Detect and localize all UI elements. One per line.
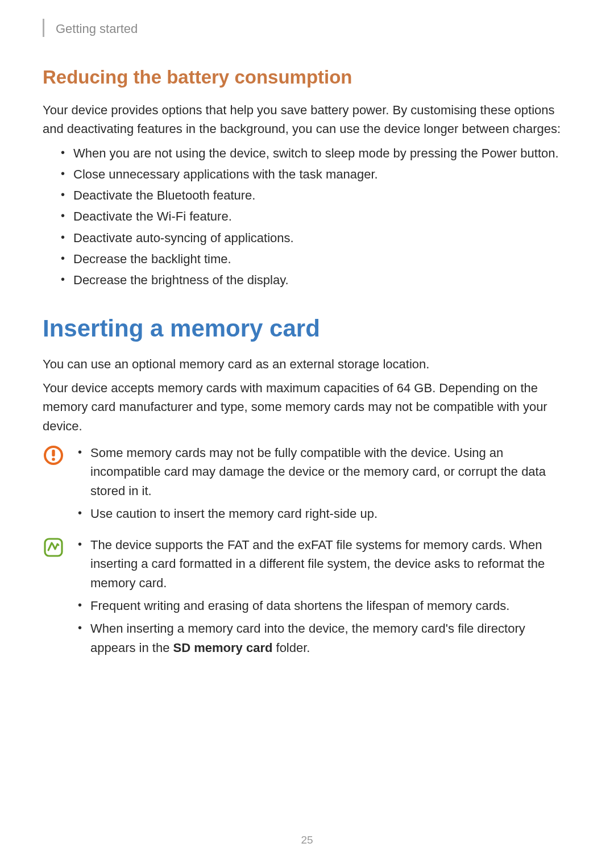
note-list: The device supports the FAT and the exFA… xyxy=(78,535,571,662)
svg-point-2 xyxy=(52,458,55,461)
note-block: The device supports the FAT and the exFA… xyxy=(43,535,571,662)
section2-p1: You can use an optional memory card as a… xyxy=(43,355,571,373)
section-heading-battery: Reducing the battery consumption xyxy=(43,67,571,88)
warning-list: Some memory cards may not be fully compa… xyxy=(78,443,571,528)
list-item: Decrease the brightness of the display. xyxy=(61,270,571,290)
battery-tips-list: When you are not using the device, switc… xyxy=(43,143,571,290)
warning-block: Some memory cards may not be fully compa… xyxy=(43,443,571,528)
header-accent-bar xyxy=(43,19,44,37)
sd-card-folder-label: SD memory card xyxy=(173,641,273,655)
warning-icon xyxy=(43,445,70,466)
svg-rect-1 xyxy=(52,450,55,456)
page-header: Getting started xyxy=(43,20,571,38)
list-item: Use caution to insert the memory card ri… xyxy=(78,504,571,523)
list-item: Decrease the backlight time. xyxy=(61,249,571,269)
list-item: When inserting a memory card into the de… xyxy=(78,619,571,657)
section1-intro: Your device provides options that help y… xyxy=(43,101,571,139)
list-item: Some memory cards may not be fully compa… xyxy=(78,443,571,500)
list-item: Close unnecessary applications with the … xyxy=(61,164,571,184)
list-item: Deactivate auto-syncing of applications. xyxy=(61,228,571,248)
section2-p2: Your device accepts memory cards with ma… xyxy=(43,379,571,435)
breadcrumb: Getting started xyxy=(56,22,138,36)
list-item: When you are not using the device, switc… xyxy=(61,143,571,163)
list-item: The device supports the FAT and the exFA… xyxy=(78,535,571,592)
page-number: 25 xyxy=(0,834,614,846)
note-icon xyxy=(43,537,70,558)
list-item: Deactivate the Bluetooth feature. xyxy=(61,185,571,205)
list-item: Deactivate the Wi-Fi feature. xyxy=(61,206,571,226)
main-heading-memory-card: Inserting a memory card xyxy=(43,315,571,342)
list-item: Frequent writing and erasing of data sho… xyxy=(78,596,571,615)
